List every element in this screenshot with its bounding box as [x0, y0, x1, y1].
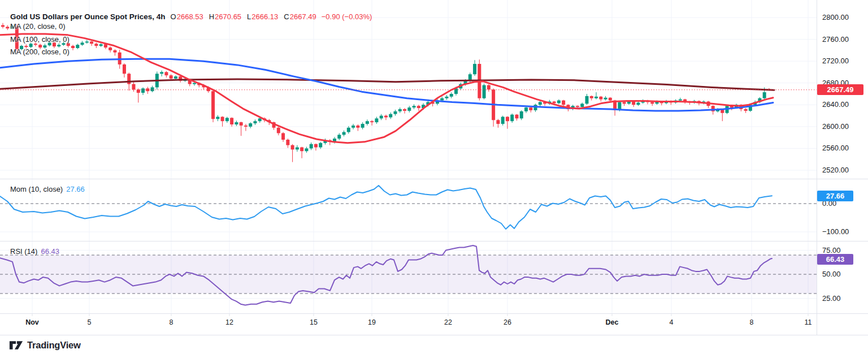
ma20-legend-label: MA (20, close, 0): [10, 22, 66, 31]
ohlc-pair-o: O2668.53: [171, 12, 203, 21]
ma100-legend-label: MA (100, close, 0): [10, 35, 70, 44]
rsi-value-badge: 66.43: [817, 254, 853, 265]
ohlc-value: 2667.49: [290, 12, 316, 21]
time-axis-label: Nov: [19, 318, 46, 326]
time-axis-label: Dec: [598, 318, 626, 326]
rsi-axis-label: 75.00: [822, 246, 841, 255]
momentum-legend: Mom (10, close)27.66: [10, 185, 85, 193]
rsi-legend: RSI (14)66.43: [10, 247, 59, 256]
last-price-badge: 2667.49: [817, 84, 863, 95]
ohlc-key: H: [209, 12, 214, 21]
time-axis-label: 19: [358, 318, 385, 326]
ohlc-value: 2666.13: [251, 12, 278, 21]
tradingview-logo-icon: [9, 340, 23, 351]
chart-canvas[interactable]: [0, 0, 868, 358]
momentum-legend-value: 27.66: [66, 185, 85, 193]
ma200-legend-label: MA (200, close, 0): [10, 48, 70, 56]
time-axis-label: 4: [658, 318, 685, 326]
price-axis-label: 2720.00: [822, 57, 849, 65]
momentum-value-badge: 27.66: [817, 191, 853, 201]
time-axis-label: 8: [738, 318, 765, 326]
ohlc-key: O: [171, 12, 176, 21]
time-axis-label: 22: [435, 318, 462, 326]
time-axis-label: 15: [300, 318, 327, 326]
tradingview-logo-text: TradingView: [27, 340, 81, 351]
momentum-legend-label: Mom (10, close): [10, 185, 63, 193]
momentum-axis-label: −100.00: [822, 227, 849, 236]
price-axis-label: 2520.00: [822, 166, 849, 174]
price-axis-label: 2560.00: [822, 144, 849, 152]
time-axis-label: 26: [494, 318, 521, 326]
ohlc-pair-l: L2666.13: [247, 12, 278, 21]
price-axis-label: 2640.00: [822, 100, 849, 109]
symbol-title: Gold US Dollars per Ounce Spot Prices, 4…: [10, 12, 166, 21]
tradingview-logo[interactable]: TradingView: [9, 340, 81, 351]
ohlc-key: C: [284, 12, 289, 21]
rsi-axis-label: 50.00: [822, 270, 841, 278]
time-axis-label: 8: [158, 318, 185, 326]
ohlc-value: 2670.65: [215, 12, 241, 21]
ohlc-value: 2668.53: [177, 12, 203, 21]
time-axis-label: 5: [76, 318, 103, 326]
rsi-axis-label: 25.00: [822, 294, 841, 303]
ohlc-key: L: [247, 12, 251, 21]
rsi-legend-value: 66.43: [41, 247, 59, 256]
ohlc-pair-c: C2667.49: [284, 12, 316, 21]
price-axis-label: 2800.00: [822, 13, 849, 21]
ohlc-pair-h: H2670.65: [209, 12, 241, 21]
rsi-legend-label: RSI (14): [10, 247, 37, 256]
ohlc-values: O2668.53H2670.65L2666.13C2667.49: [171, 12, 316, 21]
symbol-header: Gold US Dollars per Ounce Spot Prices, 4…: [10, 12, 372, 21]
time-axis-label: 12: [216, 318, 243, 326]
price-axis-label: 2600.00: [822, 122, 849, 131]
time-axis-label: 11: [795, 318, 822, 326]
price-axis-label: 2760.00: [822, 35, 849, 44]
price-change: −0.90 (−0.03%): [322, 12, 372, 21]
